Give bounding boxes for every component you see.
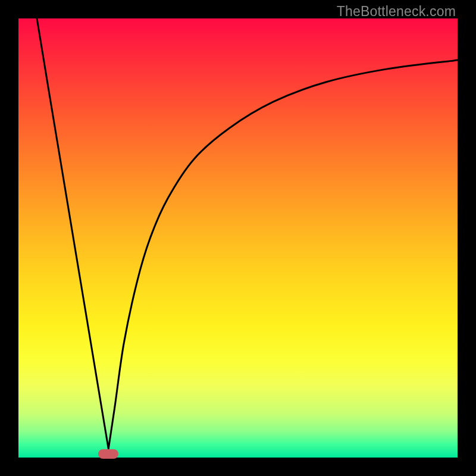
minimum-marker: [98, 449, 118, 459]
watermark-text: TheBottleneck.com: [337, 4, 456, 20]
bottleneck-curve: [18, 18, 458, 458]
plot-area: [18, 18, 458, 458]
chart-frame: TheBottleneck.com: [0, 0, 476, 476]
